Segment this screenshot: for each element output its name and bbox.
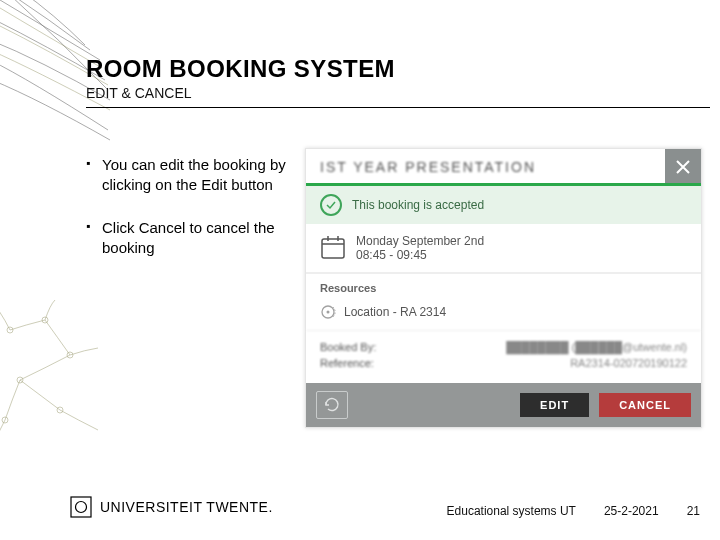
edit-button[interactable]: EDIT: [520, 393, 589, 417]
brand-text: UNIVERSITEIT TWENTE.: [100, 499, 273, 515]
brand-logo: UNIVERSITEIT TWENTE.: [70, 496, 273, 518]
modal-title: IST YEAR PRESENTATION: [320, 159, 536, 175]
status-text: This booking is accepted: [352, 198, 484, 212]
bullet-list: You can edit the booking by clicking on …: [86, 155, 296, 280]
list-item: You can edit the booking by clicking on …: [86, 155, 296, 196]
page-title: ROOM BOOKING SYSTEM: [86, 55, 700, 83]
close-button[interactable]: [665, 149, 701, 185]
footer: UNIVERSITEIT TWENTE. Educational systems…: [70, 496, 700, 518]
footer-label: Educational systems UT: [447, 504, 576, 518]
svg-point-4: [57, 407, 63, 413]
location-row: Location - RA 2314: [306, 298, 701, 330]
calendar-icon: [320, 234, 346, 260]
reference-label: Reference:: [320, 357, 374, 369]
svg-point-0: [7, 327, 13, 333]
modal-header: IST YEAR PRESENTATION: [306, 149, 701, 183]
svg-point-3: [17, 377, 23, 383]
location-text: Location - RA 2314: [344, 305, 446, 319]
svg-point-5: [2, 417, 8, 423]
resources-label: Resources: [306, 273, 701, 298]
svg-point-2: [67, 352, 73, 358]
reference-value: RA2314-020720190122: [570, 357, 687, 369]
date-row: Monday September 2nd 08:45 - 09:45: [306, 224, 701, 273]
history-icon: [324, 397, 340, 413]
action-bar: EDIT CANCEL: [306, 383, 701, 427]
meta-block: Booked By: ████████ (██████@utwente.nl) …: [306, 330, 701, 383]
footer-meta: Educational systems UT 25-2-2021 21: [447, 504, 700, 518]
status-bar: This booking is accepted: [306, 183, 701, 224]
logo-icon: [70, 496, 92, 518]
svg-point-13: [76, 502, 87, 513]
check-icon: [320, 194, 342, 216]
svg-point-1: [42, 317, 48, 323]
svg-rect-12: [71, 497, 91, 517]
close-icon: [676, 160, 690, 174]
title-block: ROOM BOOKING SYSTEM EDIT & CANCEL: [86, 55, 700, 101]
booking-modal: IST YEAR PRESENTATION This booking is ac…: [305, 148, 702, 428]
footer-date: 25-2-2021: [604, 504, 659, 518]
list-item: Click Cancel to cancel the booking: [86, 218, 296, 259]
location-icon: [320, 304, 336, 320]
date-text: Monday September 2nd: [356, 234, 484, 248]
decoration-mid: [0, 300, 100, 450]
page-subtitle: EDIT & CANCEL: [86, 85, 700, 101]
booked-by-value: ████████ (██████@utwente.nl): [506, 341, 687, 353]
history-button[interactable]: [316, 391, 348, 419]
booked-by-label: Booked By:: [320, 341, 376, 353]
time-text: 08:45 - 09:45: [356, 248, 484, 262]
cancel-button[interactable]: CANCEL: [599, 393, 691, 417]
title-divider: [86, 107, 710, 108]
page-number: 21: [687, 504, 700, 518]
svg-rect-6: [322, 239, 344, 258]
slide: ROOM BOOKING SYSTEM EDIT & CANCEL You ca…: [0, 0, 720, 540]
svg-point-11: [327, 311, 330, 314]
